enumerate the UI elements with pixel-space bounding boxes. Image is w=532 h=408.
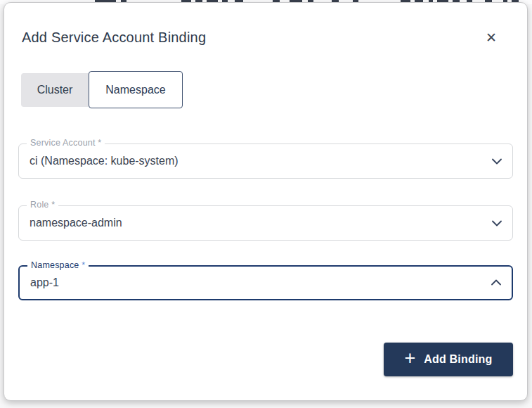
- tab-cluster[interactable]: Cluster: [21, 73, 89, 107]
- namespace-select[interactable]: Namespace * app-1: [18, 265, 513, 300]
- add-binding-button[interactable]: + Add Binding: [384, 343, 513, 376]
- binding-scope-tabs: Cluster Namespace: [21, 71, 513, 108]
- dialog-footer: + Add Binding: [18, 343, 513, 376]
- role-label: Role *: [27, 200, 58, 210]
- role-value: namespace-admin: [19, 217, 122, 229]
- dialog-title: Add Service Account Binding: [22, 30, 206, 46]
- namespace-label: Namespace *: [27, 260, 89, 270]
- add-binding-label: Add Binding: [424, 353, 492, 366]
- chevron-up-icon[interactable]: [488, 274, 505, 291]
- service-account-label: Service Account *: [27, 138, 105, 148]
- tab-namespace-label: Namespace: [105, 84, 165, 96]
- plus-icon: +: [404, 349, 415, 368]
- tab-namespace[interactable]: Namespace: [89, 71, 183, 108]
- dialog-header: Add Service Account Binding ✕: [18, 3, 513, 46]
- chevron-down-icon[interactable]: [488, 215, 505, 231]
- add-service-account-binding-dialog: Add Service Account Binding ✕ Cluster Na…: [4, 2, 528, 401]
- namespace-value: app-1: [20, 276, 59, 289]
- service-account-value: ci (Namespace: kube-system): [19, 155, 179, 167]
- role-select[interactable]: Role * namespace-admin: [18, 205, 513, 241]
- service-account-select[interactable]: Service Account * ci (Namespace: kube-sy…: [18, 144, 513, 179]
- close-icon[interactable]: ✕: [484, 30, 498, 46]
- chevron-down-icon[interactable]: [488, 153, 505, 170]
- tab-cluster-label: Cluster: [37, 84, 73, 96]
